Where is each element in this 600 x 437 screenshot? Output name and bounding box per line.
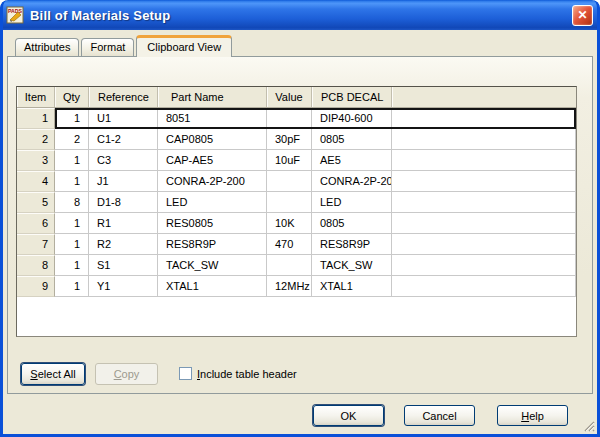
cell-pcb-decal[interactable]: TACK_SW (312, 255, 392, 276)
col-header-pcb-decal[interactable]: PCB DECAL (312, 87, 392, 107)
cell-reference[interactable]: S1 (89, 255, 158, 276)
include-label-rest: nclude table header (200, 368, 297, 380)
cell-pcb-decal[interactable]: LED (312, 192, 392, 213)
cell-pcb-decal[interactable]: AE5 (312, 150, 392, 171)
row-header-cell[interactable]: 8 (17, 255, 55, 276)
cell-part-name[interactable]: CONRA-2P-200 (158, 171, 267, 192)
tab-strip: Attributes Format Clipboard View (15, 35, 234, 56)
bill-of-materials-dialog: PADS Bill of Materials Setup ✕ Attribute… (0, 0, 600, 437)
titlebar[interactable]: PADS Bill of Materials Setup ✕ (0, 0, 600, 30)
cell-reference[interactable]: J1 (89, 171, 158, 192)
cell-value[interactable]: 10uF (267, 150, 312, 171)
cell-reference[interactable]: Y1 (89, 276, 158, 297)
row-header-cell[interactable]: 6 (17, 213, 55, 234)
cell-part-name[interactable]: CAP0805 (158, 129, 267, 150)
row-header-cell[interactable]: 9 (17, 276, 55, 297)
cell-pcb-decal[interactable]: 0805 (312, 129, 392, 150)
table-row[interactable]: 81S1TACK_SWTACK_SW (17, 255, 576, 276)
cell-part-name[interactable]: 8051 (158, 108, 267, 129)
table-row[interactable]: 58D1-8LEDLED (17, 192, 576, 213)
row-header-cell[interactable]: 5 (17, 192, 55, 213)
cell-extra[interactable] (392, 276, 576, 297)
include-table-header-checkbox[interactable] (179, 367, 192, 380)
row-header-cell[interactable]: 7 (17, 234, 55, 255)
ok-label: OK (341, 410, 357, 422)
include-table-header-label[interactable]: Include table header (197, 368, 297, 381)
cell-extra[interactable] (392, 213, 576, 234)
cell-reference[interactable]: C1-2 (89, 129, 158, 150)
cell-reference[interactable]: R1 (89, 213, 158, 234)
cell-value[interactable] (267, 171, 312, 192)
ok-button[interactable]: OK (313, 405, 384, 426)
cell-qty[interactable]: 1 (55, 255, 89, 276)
cell-qty[interactable]: 8 (55, 192, 89, 213)
cell-part-name[interactable]: LED (158, 192, 267, 213)
col-header-reference[interactable]: Reference (89, 87, 158, 107)
table-row[interactable]: 11U18051DIP40-600 (17, 108, 576, 129)
table-row[interactable]: 61R1RES080510K0805 (17, 213, 576, 234)
cell-value[interactable] (267, 255, 312, 276)
tab-format[interactable]: Format (81, 38, 134, 56)
cell-extra[interactable] (392, 234, 576, 255)
cell-part-name[interactable]: RES0805 (158, 213, 267, 234)
col-header-empty[interactable] (392, 87, 576, 107)
cell-extra[interactable] (392, 129, 576, 150)
cell-value[interactable] (267, 108, 312, 129)
table-row[interactable]: 22C1-2CAP080530pF0805 (17, 129, 576, 150)
select-all-label-rest: elect All (38, 368, 76, 380)
cell-qty[interactable]: 2 (55, 129, 89, 150)
cell-reference[interactable]: U1 (89, 108, 158, 129)
cell-part-name[interactable]: RES8R9P (158, 234, 267, 255)
cell-extra[interactable] (392, 150, 576, 171)
row-header-cell[interactable]: 4 (17, 171, 55, 192)
select-all-button[interactable]: Select All (21, 363, 85, 385)
cell-part-name[interactable]: TACK_SW (158, 255, 267, 276)
cell-extra[interactable] (392, 108, 576, 129)
cell-value[interactable]: 12MHz (267, 276, 312, 297)
col-header-part-name[interactable]: Part Name (158, 87, 267, 107)
cell-qty[interactable]: 1 (55, 150, 89, 171)
row-header-cell[interactable]: 3 (17, 150, 55, 171)
resize-grip[interactable] (581, 418, 595, 432)
cell-pcb-decal[interactable]: CONRA-2P-200 (312, 171, 392, 192)
cell-qty[interactable]: 1 (55, 213, 89, 234)
cell-pcb-decal[interactable]: RES8R9P (312, 234, 392, 255)
cell-value[interactable]: 470 (267, 234, 312, 255)
cell-extra[interactable] (392, 192, 576, 213)
row-header-cell[interactable]: 2 (17, 129, 55, 150)
cancel-button[interactable]: Cancel (404, 405, 475, 426)
cell-part-name[interactable]: XTAL1 (158, 276, 267, 297)
cell-pcb-decal[interactable]: XTAL1 (312, 276, 392, 297)
cell-value[interactable] (267, 192, 312, 213)
cell-qty[interactable]: 1 (55, 171, 89, 192)
tab-attributes[interactable]: Attributes (15, 38, 79, 56)
cancel-label: Cancel (422, 410, 456, 422)
cell-qty[interactable]: 1 (55, 276, 89, 297)
cell-qty[interactable]: 1 (55, 234, 89, 255)
col-header-qty[interactable]: Qty (55, 87, 89, 107)
cell-value[interactable]: 10K (267, 213, 312, 234)
table-row[interactable]: 71R2RES8R9P470RES8R9P (17, 234, 576, 255)
cell-reference[interactable]: R2 (89, 234, 158, 255)
cell-reference[interactable]: D1-8 (89, 192, 158, 213)
cell-extra[interactable] (392, 255, 576, 276)
tab-clipboard-view[interactable]: Clipboard View (136, 35, 232, 57)
table-row[interactable]: 91Y1XTAL112MHzXTAL1 (17, 276, 576, 297)
help-button[interactable]: Help (497, 405, 568, 426)
col-header-value[interactable]: Value (267, 87, 312, 107)
close-button[interactable]: ✕ (572, 5, 593, 26)
table-body: 11U18051DIP40-60022C1-2CAP080530pF080531… (17, 108, 576, 297)
cell-extra[interactable] (392, 171, 576, 192)
col-header-item[interactable]: Item (17, 87, 55, 107)
row-header-cell[interactable]: 1 (17, 108, 55, 129)
table-row[interactable]: 41J1CONRA-2P-200CONRA-2P-200 (17, 171, 576, 192)
copy-button[interactable]: Copy (95, 363, 158, 385)
cell-pcb-decal[interactable]: DIP40-600 (312, 108, 392, 129)
cell-qty[interactable]: 1 (55, 108, 89, 129)
row-data-cells: 2C1-2CAP080530pF0805 (55, 129, 576, 150)
cell-part-name[interactable]: CAP-AE5 (158, 150, 267, 171)
table-row[interactable]: 31C3CAP-AE510uFAE5 (17, 150, 576, 171)
cell-value[interactable]: 30pF (267, 129, 312, 150)
cell-reference[interactable]: C3 (89, 150, 158, 171)
cell-pcb-decal[interactable]: 0805 (312, 213, 392, 234)
